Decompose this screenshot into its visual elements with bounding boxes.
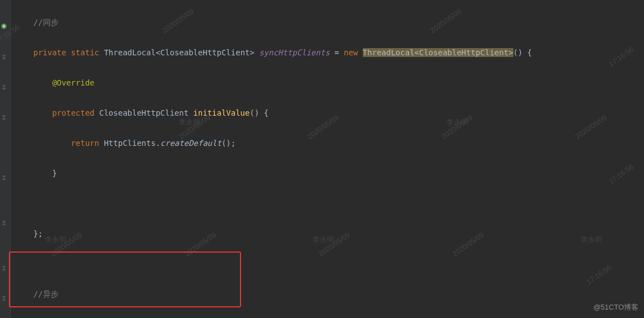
punct: () bbox=[222, 139, 231, 148]
code-line[interactable] bbox=[15, 257, 644, 272]
highlighted-type: ThreadLocal<CloseableHttpClient> bbox=[363, 48, 513, 57]
annotation: @Override bbox=[52, 78, 94, 87]
punct: > bbox=[250, 48, 254, 57]
fold-handle-icon[interactable] bbox=[1, 174, 8, 182]
method: createDefault bbox=[160, 139, 222, 148]
fold-handle-icon[interactable] bbox=[1, 265, 8, 273]
comment: //同步 bbox=[33, 18, 59, 27]
brace: }; bbox=[33, 229, 43, 238]
code-line[interactable]: return HttpClients.createDefault(); bbox=[15, 136, 644, 151]
fold-handle-icon[interactable] bbox=[1, 54, 8, 61]
punct: () bbox=[513, 48, 523, 57]
type: CloseableHttpClient bbox=[99, 108, 189, 117]
punct: () bbox=[249, 108, 259, 117]
code-area[interactable]: //同步 private static ThreadLocal<Closeabl… bbox=[12, 0, 644, 318]
brace: { bbox=[527, 48, 532, 57]
keyword: protected bbox=[52, 108, 94, 117]
keyword: new bbox=[344, 48, 358, 57]
keyword: return bbox=[71, 139, 99, 148]
keyword: private bbox=[33, 48, 66, 57]
fold-handle-icon[interactable] bbox=[1, 114, 8, 122]
credit-label: @51CTO博客 bbox=[593, 300, 638, 315]
override-gutter-icon[interactable] bbox=[1, 23, 8, 31]
type: ThreadLocal bbox=[104, 48, 156, 57]
code-line[interactable]: //异步 bbox=[15, 287, 644, 302]
code-editor[interactable]: 2020/05/09 2020/05/09 2020/05/09 2020/05… bbox=[0, 0, 644, 318]
fold-handle-icon[interactable] bbox=[1, 84, 8, 92]
gutter bbox=[0, 0, 11, 318]
code-line[interactable]: protected CloseableHttpClient initialVal… bbox=[15, 106, 644, 121]
keyword: static bbox=[71, 48, 99, 57]
brace: } bbox=[52, 169, 56, 178]
type: CloseableHttpClient bbox=[160, 48, 249, 57]
code-line[interactable]: @Override bbox=[15, 75, 644, 91]
code-line[interactable]: //同步 bbox=[15, 15, 644, 30]
op: = bbox=[330, 48, 344, 57]
method: initialValue bbox=[193, 108, 249, 117]
code-line[interactable]: private static ThreadLocal<CloseableHttp… bbox=[15, 45, 644, 60]
punct: ; bbox=[231, 139, 236, 148]
identifier: syncHttpClients bbox=[259, 48, 329, 57]
brace: { bbox=[264, 108, 268, 117]
comment: //异步 bbox=[33, 289, 59, 298]
code-line[interactable]: } bbox=[15, 166, 644, 181]
code-line[interactable]: }; bbox=[15, 226, 644, 241]
code-line[interactable] bbox=[15, 196, 644, 211]
fold-handle-icon[interactable] bbox=[1, 295, 8, 303]
fold-handle-icon[interactable] bbox=[1, 220, 8, 227]
type: HttpClients bbox=[104, 139, 156, 148]
